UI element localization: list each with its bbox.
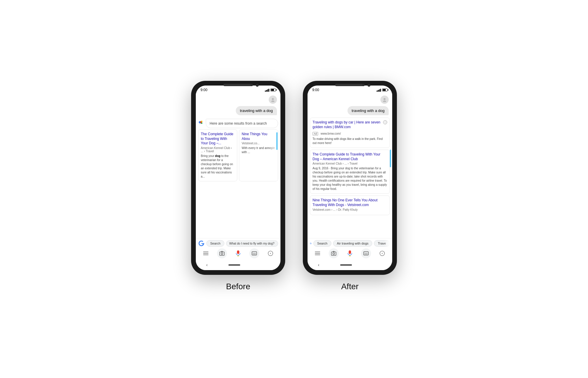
signal-bar-1 <box>265 91 266 92</box>
before-phone-screen: 9:00 <box>196 86 280 270</box>
before-results-row: The Complete Guide to Traveling With You… <box>198 129 278 181</box>
after-menu-icon[interactable] <box>313 249 322 257</box>
after-result-card-2[interactable]: Nine Things No One Ever Tells You About … <box>310 195 390 215</box>
before-google-dot <box>198 119 204 125</box>
after-user-icon <box>382 97 387 102</box>
after-compass-icon[interactable] <box>378 249 386 257</box>
before-bottom-bar: Search What do I need to fly with my dog… <box>196 238 280 261</box>
after-signal-bar-4 <box>380 89 381 92</box>
after-result-card-1[interactable]: The Complete Guide to Traveling With You… <box>310 150 390 194</box>
after-action-bar <box>310 247 390 259</box>
after-battery-fill <box>383 89 386 91</box>
after-signal-bar-1 <box>377 91 377 92</box>
after-ad-title: Traveling with dogs by car | Here are se… <box>313 120 383 129</box>
after-chat-area: traveling with a dog Traveling with dogs… <box>308 93 392 238</box>
svg-point-32 <box>333 253 335 255</box>
svg-rect-30 <box>315 255 320 255</box>
before-home-pill[interactable] <box>228 264 240 266</box>
before-status-time: 9:00 <box>201 88 207 92</box>
after-chip-1[interactable]: Air traveling with dogs <box>333 240 372 247</box>
svg-rect-18 <box>252 252 257 255</box>
before-nav-bar: ‹ <box>196 261 280 270</box>
svg-point-9 <box>201 123 203 124</box>
before-chat-header <box>196 93 280 105</box>
svg-rect-28 <box>315 252 320 252</box>
before-result-1-source: American Kennel Club › ... › Travel <box>201 146 235 153</box>
after-ad-url-row: Ad www.bmw.com/ <box>313 131 387 136</box>
before-back-button[interactable]: ‹ <box>206 262 208 267</box>
svg-rect-11 <box>203 253 208 254</box>
after-ad-url: www.bmw.com/ <box>320 132 341 135</box>
after-ad-container: Traveling with dogs by car | Here are se… <box>308 118 392 148</box>
signal-bar-2 <box>266 90 267 92</box>
before-chat-area: traveling with a dog <box>196 93 280 238</box>
after-user-bubble: traveling with a dog <box>348 106 389 115</box>
after-status-bar: 9:00 <box>308 86 392 93</box>
after-search-chips: Search Air traveling with dogs Trave <box>310 240 390 247</box>
after-info-icon[interactable]: ⓘ <box>383 120 387 124</box>
svg-point-26 <box>384 98 386 100</box>
svg-rect-15 <box>237 250 239 254</box>
svg-rect-33 <box>349 250 351 254</box>
page-wrapper: 9:00 <box>168 63 420 315</box>
svg-rect-13 <box>220 252 224 255</box>
before-menu-icon[interactable] <box>202 249 210 257</box>
after-ad-badge: Ad <box>313 132 318 136</box>
before-status-icons <box>265 88 276 92</box>
after-camera-icon[interactable] <box>329 248 339 258</box>
svg-rect-36 <box>364 252 368 255</box>
after-ad-card[interactable]: Traveling with dogs by car | Here are se… <box>310 118 390 148</box>
before-compass-icon[interactable] <box>266 249 275 257</box>
after-nav-bar: ‹ <box>308 261 392 270</box>
after-bottom-bar: Search Air traveling with dogs Trave <box>308 238 392 261</box>
svg-rect-31 <box>331 252 336 255</box>
after-back-button[interactable]: ‹ <box>318 262 320 267</box>
after-section: 9:00 <box>303 81 397 291</box>
before-result-card-1[interactable]: The Complete Guide to Traveling With You… <box>198 129 237 181</box>
after-keyboard-icon[interactable] <box>361 248 371 258</box>
before-result-1-title: The Complete Guide to Traveling With You… <box>201 132 235 146</box>
before-phone-frame: 9:00 <box>191 81 285 275</box>
before-battery-fill <box>271 89 274 91</box>
after-status-time: 9:00 <box>312 88 319 92</box>
after-phone-frame: 9:00 <box>303 81 397 275</box>
svg-point-43 <box>382 253 383 254</box>
before-search-input-chip[interactable]: What do I need to fly with my dog? <box>226 240 278 247</box>
after-home-pill[interactable] <box>340 264 352 266</box>
before-camera-icon[interactable] <box>217 248 227 258</box>
after-chip-2[interactable]: Trave <box>374 240 390 247</box>
before-keyboard-icon[interactable] <box>249 248 259 258</box>
before-search-chips: Search What do I need to fly with my dog… <box>198 240 278 247</box>
after-mic-icon[interactable] <box>346 249 354 257</box>
phone-camera-left <box>256 84 259 87</box>
after-search-button[interactable]: Search <box>313 240 331 247</box>
after-status-icons <box>377 88 387 92</box>
before-result-card-2[interactable]: Nine Things You Abou Vetstreet.co... Wit… <box>239 129 278 181</box>
before-search-results: The Complete Guide to Traveling With You… <box>196 129 280 238</box>
after-phone-screen: 9:00 <box>308 86 392 270</box>
svg-rect-10 <box>203 252 208 252</box>
after-result-1-snippet: Aug 9, 2016 · Bring your dog to the vete… <box>313 166 387 191</box>
svg-point-8 <box>201 121 203 122</box>
google-assistant-icon <box>198 119 204 125</box>
after-user-avatar <box>380 96 389 104</box>
before-result-2-snippet: With every tr and annoyin with ... <box>242 146 275 154</box>
svg-point-1 <box>271 101 275 102</box>
before-assistant-bubble: Here are some results from a search <box>206 119 278 128</box>
before-section: 9:00 <box>191 81 285 291</box>
before-action-bar <box>198 247 278 259</box>
before-mic-icon[interactable] <box>234 249 242 257</box>
before-results-container: The Complete Guide to Traveling With You… <box>198 129 278 181</box>
before-user-bubble: traveling with a dog <box>236 106 277 115</box>
signal-bar-4 <box>268 89 269 92</box>
before-result-2-source: Vetstreet.co... <box>242 142 275 145</box>
before-scroll-indicator <box>276 132 278 150</box>
before-result-1-snippet: Bring your dog to the veterinarian for a… <box>201 154 235 179</box>
before-label: Before <box>226 282 250 291</box>
after-scroll-indicator <box>390 150 391 167</box>
before-search-button[interactable]: Search <box>206 240 224 247</box>
before-assistant-row: Here are some results from a search <box>196 118 280 129</box>
after-result-2-source: Vetstreet.com › ... › Dr. Patty Khuly <box>313 208 387 211</box>
svg-rect-29 <box>315 253 320 254</box>
before-battery-icon <box>270 88 276 91</box>
